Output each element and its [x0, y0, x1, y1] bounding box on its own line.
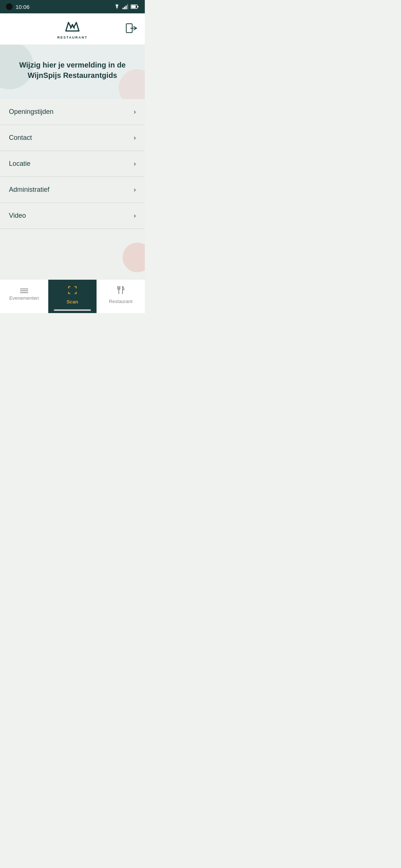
chevron-icon: › — [134, 186, 136, 194]
nav-label-scan: Scan — [66, 299, 78, 305]
nav-item-evenementen[interactable]: Evenementen — [0, 280, 48, 313]
bottom-circle-decoration — [123, 243, 145, 272]
svg-rect-6 — [138, 6, 139, 7]
bottom-nav: Evenementen Scan Restaura — [0, 280, 145, 313]
svg-rect-0 — [123, 8, 124, 9]
status-time: 10:06 — [16, 4, 30, 10]
evenementen-icon — [20, 289, 28, 293]
logo-icon — [62, 19, 83, 35]
nav-item-scan[interactable]: Scan — [48, 280, 97, 313]
menu-list: Openingstijden › Contact › Locatie › Adm… — [0, 99, 145, 229]
svg-rect-5 — [131, 6, 136, 8]
status-bar: 10:06 — [0, 0, 145, 13]
wifi-icon — [114, 4, 120, 9]
logout-icon — [125, 22, 137, 34]
bottom-decoration — [0, 229, 145, 280]
restaurant-icon — [116, 285, 125, 296]
battery-icon — [131, 4, 139, 9]
hero-section: Wijzig hier je vermelding in de WijnSpij… — [0, 45, 145, 99]
signal-icon — [123, 4, 128, 9]
svg-rect-3 — [127, 4, 128, 9]
menu-item-locatie[interactable]: Locatie › — [0, 151, 145, 177]
menu-item-contact[interactable]: Contact › — [0, 125, 145, 151]
svg-rect-2 — [125, 6, 127, 9]
hero-title: Wijzig hier je vermelding in de WijnSpij… — [11, 60, 134, 80]
menu-item-administratief[interactable]: Administratief › — [0, 177, 145, 203]
nav-label-evenementen: Evenementen — [9, 295, 39, 301]
status-icons — [114, 4, 139, 9]
nav-item-restaurant[interactable]: Restaurant — [97, 280, 145, 313]
camera-indicator — [6, 3, 13, 10]
chevron-icon: › — [134, 212, 136, 220]
logo-text: RESTAURANT — [57, 36, 87, 39]
chevron-icon: › — [134, 160, 136, 168]
scan-icon — [67, 285, 78, 297]
menu-item-video[interactable]: Video › — [0, 203, 145, 229]
app-logo: RESTAURANT — [57, 19, 87, 39]
logout-button[interactable] — [125, 22, 137, 36]
header: RESTAURANT — [0, 13, 145, 45]
main-content: Openingstijden › Contact › Locatie › Adm… — [0, 99, 145, 280]
chevron-icon: › — [134, 108, 136, 116]
chevron-icon: › — [134, 134, 136, 142]
bottom-bar — [54, 309, 91, 311]
svg-rect-1 — [124, 7, 125, 9]
menu-item-openingstijden[interactable]: Openingstijden › — [0, 99, 145, 125]
nav-label-restaurant: Restaurant — [109, 299, 133, 304]
